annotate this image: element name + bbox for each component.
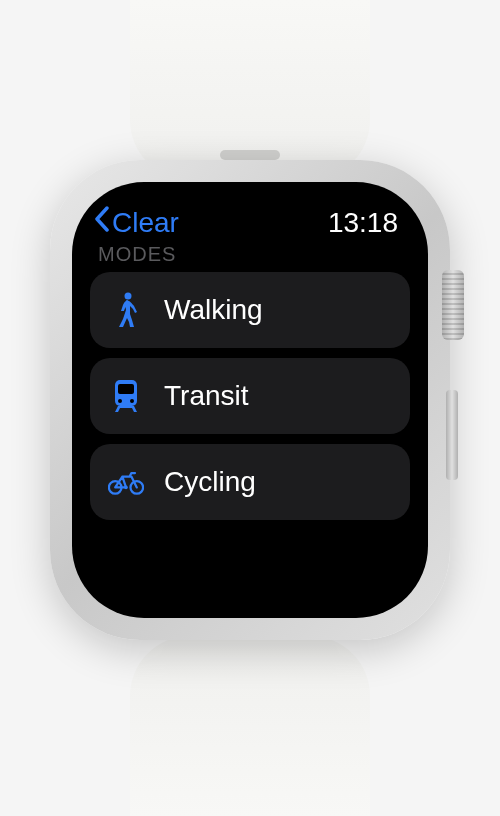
walking-icon [108, 292, 144, 328]
back-label: Clear [112, 207, 179, 239]
back-button[interactable]: Clear [94, 206, 179, 239]
modes-list: Walking Transit [90, 272, 410, 520]
svg-point-7 [124, 486, 128, 490]
mode-label: Cycling [164, 466, 256, 498]
watch-screen: Clear 13:18 MODES Walking [72, 182, 428, 618]
mode-label: Transit [164, 380, 249, 412]
mode-item-walking[interactable]: Walking [90, 272, 410, 348]
svg-point-4 [130, 399, 134, 403]
svg-point-3 [118, 399, 122, 403]
mode-label: Walking [164, 294, 263, 326]
transit-icon [108, 378, 144, 414]
svg-point-0 [125, 293, 132, 300]
section-header-modes: MODES [90, 243, 410, 272]
status-bar: Clear 13:18 [90, 200, 410, 249]
mode-item-cycling[interactable]: Cycling [90, 444, 410, 520]
watch-case: Clear 13:18 MODES Walking [50, 160, 450, 640]
digital-crown[interactable] [442, 270, 464, 340]
svg-rect-2 [118, 384, 134, 394]
watch-band-bottom [130, 636, 370, 816]
chevron-left-icon [94, 206, 110, 239]
mode-item-transit[interactable]: Transit [90, 358, 410, 434]
watch-band-top [130, 0, 370, 180]
cycling-icon [108, 464, 144, 500]
clock-time: 13:18 [328, 207, 398, 239]
side-button[interactable] [446, 390, 458, 480]
